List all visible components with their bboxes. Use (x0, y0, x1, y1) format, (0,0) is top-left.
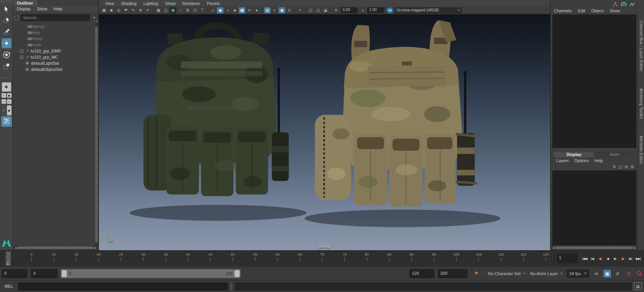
time-tick[interactable]: 40 (186, 252, 191, 266)
anim-layer-dropdown[interactable]: No Anim Layer ▼ (529, 271, 564, 276)
time-tick[interactable]: 100 (454, 252, 459, 266)
show-menu[interactable]: Show (610, 8, 620, 13)
scroll-left-icon[interactable]: ◀ (552, 246, 555, 249)
audio-icon[interactable]: ♬ (614, 271, 622, 276)
shadows-icon[interactable]: ● (253, 7, 260, 13)
outliner-item-top[interactable]: top (13, 30, 98, 36)
plane-icon[interactable]: ◪ (322, 7, 329, 13)
time-tick[interactable]: 80 (365, 252, 369, 266)
step-forward-frame-button[interactable]: ▶| (627, 254, 634, 263)
tab-display[interactable]: Display (554, 152, 594, 157)
time-tick[interactable]: 105 (476, 252, 481, 266)
playhead[interactable]: 1 (6, 251, 11, 266)
tab-modeling-toolkit[interactable]: Modeling Toolkit (639, 89, 643, 119)
resolution-gate-icon[interactable]: ▣ (170, 7, 176, 13)
outliner-item-defaultObjectSet[interactable]: defaultObjectSet (13, 66, 98, 72)
grease-pencil-icon[interactable]: ✎ (130, 7, 136, 13)
move-tool[interactable] (2, 38, 12, 48)
time-tick[interactable]: 65 (297, 252, 302, 266)
bookmark-caret-icon[interactable]: ⌄ (481, 272, 484, 275)
time-tick[interactable]: 20 (96, 252, 101, 266)
scrollbar-thumb[interactable] (95, 27, 98, 243)
four-pane-layout-button[interactable]: +◆ (2, 93, 12, 98)
grid-icon[interactable]: ▦ (155, 7, 162, 13)
viewport-menu-lighting[interactable]: Lighting (143, 1, 158, 6)
filter-icon[interactable] (15, 16, 19, 20)
new-empty-layer-icon[interactable]: ⊞ (625, 164, 628, 169)
viewport-menu-panels[interactable]: Panels (207, 1, 220, 6)
mel-toggle-button[interactable]: MEL (2, 284, 16, 289)
auto-keyframe-icon[interactable] (636, 270, 642, 277)
time-tick[interactable]: 70 (320, 252, 325, 266)
current-frame-field[interactable]: 1 (557, 254, 578, 263)
command-result-field[interactable] (235, 282, 632, 290)
safe-action-icon[interactable]: ◳ (192, 7, 198, 13)
tonemap-dropdown[interactable]: Un-tone-mapped (sRGB) ▼ (394, 7, 462, 13)
viewport-menu-renderer[interactable]: Renderer (182, 1, 200, 6)
layer-horizontal-scrollbar[interactable]: ◀ ▶ (552, 246, 637, 249)
character-set-dropdown[interactable]: No Character Set ▼ (487, 271, 526, 276)
range-slider[interactable]: 0 120 (61, 269, 241, 278)
film-gate-icon[interactable]: ◫ (163, 7, 169, 13)
outliner-persp-layout-button[interactable] (2, 117, 11, 126)
object-menu[interactable]: Object (591, 8, 603, 13)
play-backwards-button[interactable]: ◀ (604, 254, 611, 263)
outliner-item-defaultLightSet[interactable]: defaultLightSet (13, 60, 98, 66)
paint-effects-icon[interactable]: ✐ (145, 7, 151, 13)
isolate-select-icon[interactable]: ⌖ (297, 7, 303, 13)
layers-sort-icon[interactable]: ⇅ (613, 164, 616, 169)
outliner-item-tv110_grp_EMR[interactable]: +↗tv110_grp_EMR (13, 48, 98, 54)
range-end-handle[interactable] (235, 270, 240, 277)
outliner-menu-help[interactable]: Help (54, 7, 62, 12)
time-tick[interactable]: 30 (141, 252, 146, 266)
time-tick[interactable]: 25 (119, 252, 123, 266)
time-tick[interactable]: 115 (521, 252, 526, 266)
time-tick[interactable]: 60 (275, 252, 280, 266)
four-pane-layout-button-row2[interactable]: ++ (2, 99, 12, 104)
time-tick[interactable]: 90 (409, 252, 414, 266)
time-tick[interactable]: 120 (544, 252, 548, 266)
cached-playback-icon[interactable]: ▦ (603, 270, 611, 277)
bookmark-flag-icon[interactable]: ⚑ (474, 271, 479, 276)
tab-attribute-editor[interactable]: Attribute Editor (639, 136, 643, 164)
layer-visibility-icon[interactable]: ◫ (618, 164, 622, 169)
channel-stats-icon[interactable] (613, 2, 618, 8)
animation-start-field[interactable]: 0 (2, 269, 28, 278)
time-ruler-ticks[interactable]: 1 05101520253035404550556065707580859095… (0, 251, 554, 266)
select-tool[interactable] (2, 4, 12, 14)
scrollbar-thumb[interactable] (18, 246, 94, 249)
lasso-select-tool[interactable] (2, 15, 12, 25)
channels-menu[interactable]: Channels (554, 8, 572, 13)
paint-select-tool[interactable] (2, 27, 12, 37)
select-camera-icon[interactable]: ▣ (101, 7, 107, 13)
two-pane-layout-button[interactable]: +◆ (2, 105, 12, 115)
outliner-item-front[interactable]: front (13, 36, 98, 42)
time-tick[interactable]: 5 (29, 252, 34, 266)
motion-blur-icon[interactable]: ▩ (286, 7, 292, 13)
pan-zoom-2d-icon[interactable]: ⊕ (137, 7, 144, 13)
new-layer-from-selected-icon[interactable]: ⊕ (631, 164, 634, 169)
help-menu[interactable]: Help (594, 158, 603, 163)
play-forward-button[interactable]: ▶ (612, 254, 619, 263)
single-pane-layout-button[interactable]: ❖ (2, 82, 11, 92)
scroll-right-icon[interactable]: ▶ (94, 246, 97, 249)
outliner-vertical-scrollbar[interactable]: ▲ ▼ (95, 23, 98, 246)
time-tick[interactable]: 45 (208, 252, 213, 266)
contrast-field[interactable]: 1.00 (367, 7, 384, 13)
scale-tool[interactable] (2, 61, 12, 71)
channel-speed-icon[interactable] (621, 2, 626, 8)
depth-of-field-icon[interactable]: ◐ (271, 7, 278, 13)
outliner-item-tv110_grp_MC[interactable]: +↗tv110_grp_MC (13, 54, 98, 60)
step-back-frame-button[interactable]: |◀ (589, 254, 596, 263)
vest-emr[interactable] (143, 26, 289, 196)
viewport-menu-show[interactable]: Show (165, 1, 176, 6)
outliner-item-persp[interactable]: persp (13, 23, 98, 30)
animation-end-field[interactable]: 200 (438, 269, 468, 278)
scroll-left-icon[interactable]: ◀ (14, 246, 18, 249)
time-tick[interactable]: 50 (230, 252, 235, 266)
lights-icon[interactable]: ☀ (246, 7, 253, 13)
panel-resize-handle[interactable] (555, 148, 634, 151)
contrast-icon[interactable]: ◑ (359, 7, 366, 13)
playback-end-field[interactable]: 120 (409, 269, 435, 278)
loop-playback-icon[interactable]: ∞ (593, 271, 600, 276)
